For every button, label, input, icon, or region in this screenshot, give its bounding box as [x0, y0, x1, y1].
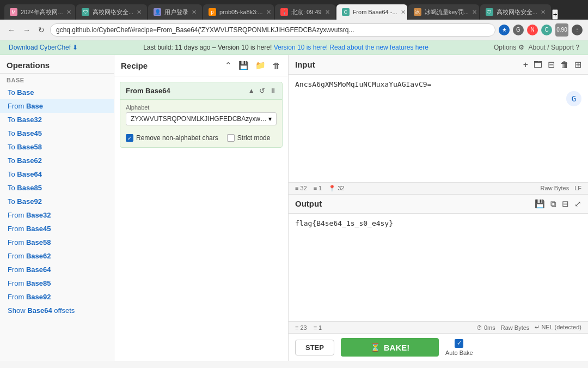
bake-label: BAKE!: [384, 343, 410, 352]
step-button[interactable]: STEP: [295, 340, 334, 355]
tab-6-close[interactable]: ✕: [401, 9, 406, 16]
banner-link[interactable]: Version 10 is here! Read about the new f…: [274, 44, 428, 51]
new-tab-button[interactable]: +: [552, 9, 559, 20]
from-base64-collapse-button[interactable]: ▲: [248, 87, 255, 95]
sidebar-item-show-base64-offsets[interactable]: Show Base64 offsets: [0, 304, 114, 317]
sidebar-item-from-base45[interactable]: From Base45: [0, 222, 114, 236]
download-link[interactable]: Download CyberChef ⬇: [9, 44, 78, 51]
output-raw-bytes-label[interactable]: Raw Bytes: [501, 324, 530, 331]
sidebar-item-to-base[interactable]: To Base: [0, 86, 114, 99]
about-support-link[interactable]: About / Support ?: [529, 44, 579, 51]
options-button[interactable]: Options ⚙: [494, 44, 524, 51]
tab-4[interactable]: p prob05-ka8k3:... ✕: [203, 4, 274, 20]
tab-5[interactable]: 📍 北京: 09:49 ✕: [275, 4, 335, 20]
sidebar-item-from-base85[interactable]: From Base85: [0, 276, 114, 290]
tab-7[interactable]: 冰 冰蝎流量key罚... ✕: [408, 4, 479, 20]
output-lines-icon: ≡: [314, 324, 317, 331]
tab-8[interactable]: 🛡 高校网络安全... ✕: [480, 4, 551, 20]
menu-button[interactable]: ⋮: [572, 25, 583, 35]
points-icon: 📍: [328, 185, 336, 192]
sidebar-item-from-base64[interactable]: From Base64: [0, 263, 114, 276]
tab-6-label: From Base64 -...: [353, 9, 397, 15]
input-grid-button[interactable]: ⊞: [574, 59, 581, 70]
app-container: Operations BASE To Base From Base To Bas…: [0, 55, 588, 361]
output-status-lines: ≡ 1: [314, 324, 322, 331]
extension-icon-2[interactable]: N: [527, 25, 538, 35]
tab-7-label: 冰蝎流量key罚...: [425, 8, 469, 16]
recipe-title: Recipe: [121, 61, 219, 70]
output-area: Output 💾 ⧉ ⊟ ⤢ flag{B4se64_1s_s0_e4sy}: [289, 195, 588, 334]
sidebar-item-from-base62[interactable]: From Base62: [0, 249, 114, 263]
raw-bytes-label[interactable]: Raw Bytes: [541, 185, 569, 191]
recipe-delete-button[interactable]: 🗑: [271, 60, 281, 71]
nav-bar: ← → ↻ ★ G N C 0.90 ⋮: [0, 20, 588, 40]
tab-3-favicon: 👤: [154, 8, 161, 16]
tab-2-favicon: 🛡: [82, 8, 89, 16]
translate-icon[interactable]: G: [566, 91, 581, 106]
auto-bake-checkbox[interactable]: ✓: [455, 339, 463, 348]
remove-non-alphabet-checkbox[interactable]: ✓ Remove non-alphabet chars: [126, 134, 218, 142]
input-add-button[interactable]: +: [523, 60, 528, 70]
tab-7-close[interactable]: ✕: [472, 9, 477, 16]
extension-icon-3[interactable]: C: [541, 25, 552, 35]
tab-8-close[interactable]: ✕: [541, 9, 546, 16]
recipe-folder-button[interactable]: 📁: [254, 59, 267, 71]
tab-6[interactable]: C From Base64 -... ✕: [336, 4, 407, 20]
sidebar-item-from-base92[interactable]: From Base92: [0, 290, 114, 304]
sidebar-item-from-base58[interactable]: From Base58: [0, 236, 114, 249]
output-copy-button[interactable]: ⧉: [550, 199, 556, 209]
tab-2-close[interactable]: ✕: [137, 9, 142, 16]
recipe-save-button[interactable]: 💾: [237, 59, 250, 71]
output-value: flag{B4se64_1s_s0_e4sy}: [295, 219, 393, 227]
center-panel: Recipe ⌃ 💾 📁 🗑 From Base64 ▲ ↺: [114, 55, 289, 361]
sidebar-item-to-base32[interactable]: To Base32: [0, 113, 114, 126]
sidebar-item-to-base45[interactable]: To Base45: [0, 126, 114, 140]
sidebar-item-to-base85[interactable]: To Base85: [0, 181, 114, 195]
auto-bake-item[interactable]: ✓ Auto Bake: [445, 339, 473, 356]
bookmark-icon[interactable]: ★: [499, 25, 510, 35]
bottom-bar: STEP ⏳ BAKE! ✓ Auto Bake: [289, 333, 588, 361]
tab-1-close[interactable]: ✕: [66, 9, 71, 16]
banner: Download CyberChef ⬇ Last build: 11 days…: [0, 40, 588, 55]
url-bar[interactable]: [50, 23, 495, 37]
input-content[interactable]: AncsA6gXMSMoMqIuNCMuxaYuAGIavC9= G: [289, 75, 588, 182]
from-base64-undo-button[interactable]: ↺: [259, 87, 265, 95]
output-status-chars: ≡ 23: [295, 324, 307, 331]
recipe-expand-button[interactable]: ⌃: [224, 59, 233, 71]
sidebar-title: Operations: [0, 55, 114, 74]
output-content: flag{B4se64_1s_s0_e4sy}: [289, 214, 588, 322]
extension-icon-1[interactable]: G: [513, 25, 524, 35]
tab-3[interactable]: 👤 用户登录 ✕: [148, 4, 202, 20]
sidebar-item-to-base92[interactable]: To Base92: [0, 195, 114, 208]
tab-2[interactable]: 🛡 高校网络安全... ✕: [76, 4, 147, 20]
sidebar-item-to-base64[interactable]: To Base64: [0, 167, 114, 181]
bake-button[interactable]: ⏳ BAKE!: [341, 338, 439, 357]
tab-1[interactable]: M 2024年高校网... ✕: [4, 4, 75, 20]
input-title: Input: [295, 60, 523, 69]
input-file-button[interactable]: 🗔: [534, 60, 542, 70]
auto-bake-label: Auto Bake: [445, 349, 473, 356]
sidebar-items: BASE To Base From Base To Base32 To Base…: [0, 74, 114, 361]
sidebar-item-to-base62[interactable]: To Base62: [0, 154, 114, 167]
tab-5-close[interactable]: ✕: [325, 9, 330, 16]
back-button[interactable]: ←: [5, 25, 17, 35]
reload-button[interactable]: ↻: [36, 25, 47, 35]
sidebar-item-from-base[interactable]: From Base: [0, 99, 114, 113]
banner-text: Last build: 11 days ago – Version 10 is …: [78, 44, 494, 51]
from-base64-pause-button[interactable]: ⏸: [270, 87, 277, 95]
output-save-button[interactable]: 💾: [535, 199, 545, 209]
tab-4-close[interactable]: ✕: [266, 9, 271, 16]
output-replace-button[interactable]: ⊟: [562, 199, 569, 209]
output-time: ⏱ 0ms: [476, 324, 495, 331]
tab-3-close[interactable]: ✕: [192, 9, 197, 16]
input-split-button[interactable]: ⊟: [548, 59, 555, 70]
sidebar-item-from-base32[interactable]: From Base32: [0, 208, 114, 222]
from-base64-title: From Base64: [126, 87, 248, 95]
input-delete-button[interactable]: 🗑: [560, 60, 569, 70]
strict-mode-checkbox[interactable]: Strict mode: [227, 134, 271, 142]
output-expand-button[interactable]: ⤢: [574, 199, 581, 209]
sidebar-item-to-base58[interactable]: To Base58: [0, 140, 114, 154]
lf-label[interactable]: LF: [574, 185, 581, 191]
forward-button[interactable]: →: [21, 25, 33, 35]
alphabet-select[interactable]: ZYXWVUTSRQPONMLKJIHGFEDCBAzyxwvutsr... ▾: [126, 112, 277, 125]
